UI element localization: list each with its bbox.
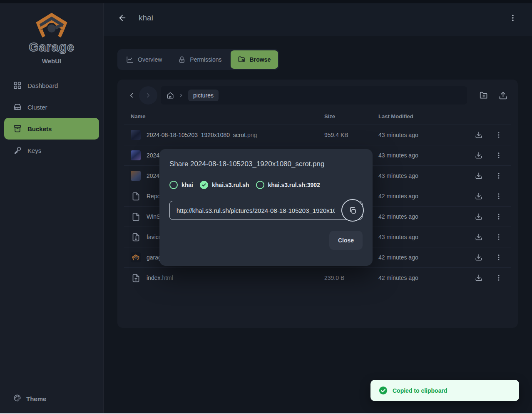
- share-domain-option[interactable]: khai: [169, 181, 193, 189]
- file-name: index.html: [147, 274, 173, 281]
- domain-option-label: khai.s3.rul.sh: [212, 182, 249, 188]
- row-menu-button[interactable]: [494, 212, 503, 221]
- sidebar-item-label: Dashboard: [27, 82, 58, 89]
- download-button[interactable]: [474, 273, 483, 282]
- bucket-header: khai: [104, 0, 532, 36]
- share-url-row: [169, 201, 363, 220]
- share-dialog: Share 2024-08-18-105203_1920x1080_scrot.…: [159, 149, 373, 266]
- file-modified: 43 minutes ago: [378, 234, 474, 240]
- close-button[interactable]: Close: [329, 231, 363, 250]
- favicon-file-icon: [131, 233, 141, 242]
- lock-icon: [178, 56, 186, 63]
- art-thumbnail-1: [131, 150, 141, 160]
- upload-button[interactable]: [495, 87, 511, 104]
- page-title: khai: [139, 13, 153, 22]
- table-row[interactable]: 2024-08-18-105203_1920x1080_scrot.png959…: [124, 125, 511, 145]
- download-button[interactable]: [474, 151, 483, 160]
- sidebar-item-buckets[interactable]: Buckets: [4, 118, 99, 140]
- bucket-menu-button[interactable]: [506, 11, 520, 25]
- sidebar-item-label: Cluster: [27, 104, 47, 111]
- download-button[interactable]: [474, 192, 483, 201]
- garage-logo-thumbnail: [131, 252, 141, 262]
- column-header-size: Size: [324, 113, 378, 120]
- tab-permissions[interactable]: Permissions: [171, 50, 229, 69]
- file-modified: 42 minutes ago: [378, 193, 474, 200]
- file-modified: 42 minutes ago: [378, 254, 474, 261]
- app-title: Garage: [0, 40, 103, 54]
- download-button[interactable]: [474, 130, 483, 140]
- html-file-icon: [131, 274, 141, 282]
- garage-logo-icon: [34, 32, 69, 40]
- file-extension: .html: [160, 274, 173, 281]
- new-folder-button[interactable]: [475, 87, 492, 104]
- file-extension: .png: [246, 132, 257, 138]
- logo-block: Garage WebUI: [0, 3, 103, 65]
- row-menu-button[interactable]: [494, 151, 503, 160]
- home-icon[interactable]: [167, 92, 174, 99]
- file-modified: 42 minutes ago: [378, 274, 474, 281]
- file-modified: 43 minutes ago: [378, 152, 474, 159]
- buckets-icon: [13, 125, 22, 133]
- browser-toolbar: pictures: [124, 86, 511, 105]
- tab-overview[interactable]: Overview: [119, 50, 169, 69]
- folder-search-icon: [238, 56, 246, 63]
- column-header-modified: Last Modified: [378, 113, 474, 120]
- file-modified: 43 minutes ago: [378, 132, 474, 138]
- nav-back-button[interactable]: [124, 88, 139, 103]
- check-circle-icon: [379, 386, 388, 395]
- file-modified: 42 minutes ago: [378, 213, 474, 220]
- sidebar-item-label: Buckets: [27, 125, 52, 132]
- back-button[interactable]: [116, 12, 129, 24]
- domain-option-label: khai: [181, 182, 193, 188]
- sidebar-item-label: Keys: [27, 147, 41, 154]
- download-button[interactable]: [474, 232, 483, 242]
- file-modified: 43 minutes ago: [378, 172, 474, 179]
- download-button[interactable]: [474, 212, 483, 221]
- radio-unchecked-icon[interactable]: [256, 181, 264, 189]
- tab-label: Browse: [250, 56, 271, 63]
- row-menu-button[interactable]: [494, 232, 503, 242]
- radio-checked-icon[interactable]: [200, 181, 208, 189]
- row-menu-button[interactable]: [494, 130, 503, 140]
- nav-forward-button[interactable]: [139, 86, 157, 105]
- keys-icon: [13, 146, 22, 155]
- tab-label: Overview: [138, 56, 162, 63]
- theme-button[interactable]: Theme: [4, 390, 99, 407]
- share-url-input[interactable]: [169, 201, 363, 220]
- radio-unchecked-icon[interactable]: [169, 181, 178, 189]
- cluster-icon: [13, 103, 22, 111]
- download-button[interactable]: [474, 253, 483, 262]
- row-menu-button[interactable]: [494, 192, 503, 201]
- overview-chart-icon: [126, 56, 134, 63]
- window-top-edge: [0, 0, 532, 3]
- screenshot-thumbnail: [131, 130, 141, 140]
- file-size: 959.4 KB: [324, 132, 378, 138]
- breadcrumb-folder-chip[interactable]: pictures: [188, 90, 219, 101]
- file-icon: [131, 212, 141, 221]
- file-name: 2024-08-18-105203_1920x1080_scrot.png: [147, 132, 257, 138]
- tab-browse[interactable]: Browse: [231, 50, 278, 69]
- art-thumbnail-2: [131, 171, 141, 181]
- sidebar-item-cluster[interactable]: Cluster: [4, 96, 99, 118]
- sidebar-item-dashboard[interactable]: Dashboard: [4, 75, 99, 96]
- share-domain-option[interactable]: khai.s3.rul.sh:3902: [256, 181, 320, 189]
- table-row[interactable]: index.html239.0 B42 minutes ago: [124, 267, 511, 288]
- theme-label: Theme: [26, 395, 46, 402]
- tab-bar: OverviewPermissionsBrowse: [117, 49, 279, 70]
- chevron-right-icon: [178, 92, 184, 98]
- share-domain-option[interactable]: khai.s3.rul.sh: [200, 181, 249, 189]
- copy-url-button[interactable]: [341, 199, 364, 222]
- row-menu-button[interactable]: [494, 171, 503, 180]
- download-button[interactable]: [474, 171, 483, 180]
- toast-notification[interactable]: Copied to clipboard: [370, 380, 519, 401]
- row-menu-button[interactable]: [494, 273, 503, 282]
- sidebar-item-keys[interactable]: Keys: [4, 140, 99, 161]
- breadcrumb: pictures: [161, 86, 467, 105]
- share-dialog-title: Share 2024-08-18-105203_1920x1080_scrot.…: [169, 160, 363, 168]
- domain-option-label: khai.s3.rul.sh:3902: [268, 182, 320, 188]
- palette-icon: [13, 394, 21, 403]
- app-subtitle: WebUI: [0, 57, 103, 65]
- dialog-actions: Close: [169, 231, 363, 250]
- domain-options: khaikhai.s3.rul.shkhai.s3.rul.sh:3902: [169, 181, 363, 189]
- row-menu-button[interactable]: [494, 253, 503, 262]
